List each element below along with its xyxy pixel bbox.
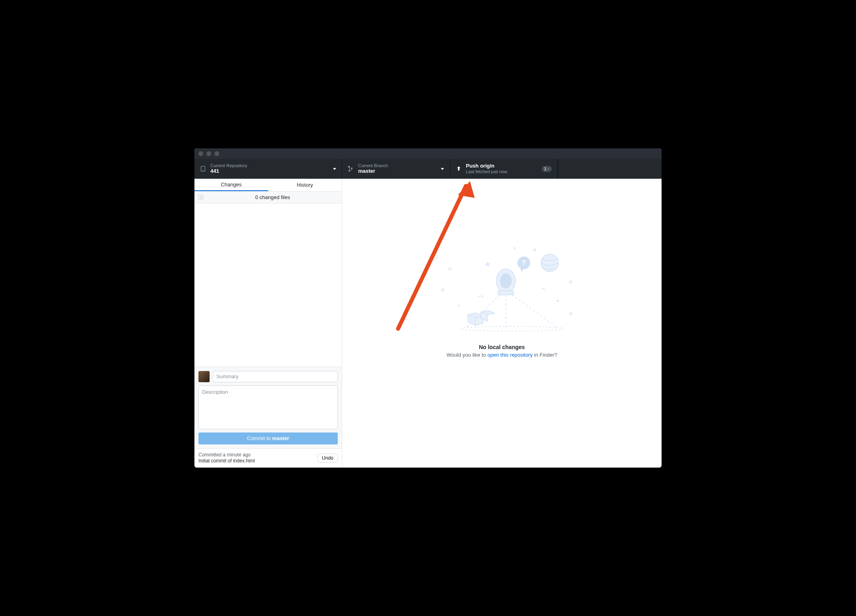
open-in-finder-link[interactable]: open this repository xyxy=(487,352,533,358)
repo-label: Current Repository xyxy=(210,163,330,168)
push-title: Push origin xyxy=(466,163,542,169)
chevron-down-icon xyxy=(333,168,336,170)
minimize-window-button[interactable] xyxy=(206,151,211,156)
last-commit-row: Committed a minute ago Initial commit of… xyxy=(194,448,342,468)
push-count: 1 xyxy=(544,167,547,171)
empty-state-title: No local changes xyxy=(479,344,525,350)
tab-history-label: History xyxy=(297,182,313,188)
svg-point-1 xyxy=(500,274,511,288)
empty-state-illustration: ? xyxy=(430,241,574,333)
current-repository-button[interactable]: Current Repository 441 xyxy=(194,159,342,179)
changed-files-count: 0 changed files xyxy=(208,194,338,200)
avatar xyxy=(198,371,210,382)
app-body: Changes History ✓ 0 changed files Commit xyxy=(194,179,662,468)
toolbar: Current Repository 441 Current Branch ma… xyxy=(194,159,662,179)
svg-text:?: ? xyxy=(522,259,526,267)
chevron-down-icon xyxy=(441,168,444,170)
arrow-up-icon: ↑ xyxy=(548,167,550,171)
svg-rect-2 xyxy=(498,291,514,295)
commit-button-branch: master xyxy=(272,435,289,441)
sidebar: Changes History ✓ 0 changed files Commit xyxy=(194,179,342,468)
commit-form: Commit to master xyxy=(194,367,342,448)
push-subtitle: Last fetched just now xyxy=(466,169,542,174)
git-branch-icon xyxy=(348,166,354,172)
main-panel: ? xyxy=(342,179,662,468)
last-commit-message: Initial commit of index.html xyxy=(198,458,255,464)
push-icon xyxy=(456,166,462,172)
svg-point-9 xyxy=(541,254,559,272)
repo-value: 441 xyxy=(210,168,330,174)
svg-rect-12 xyxy=(441,288,444,291)
commit-button[interactable]: Commit to master xyxy=(198,432,338,444)
empty-state-subtitle: Would you like to open this repository i… xyxy=(446,352,557,358)
tab-history[interactable]: History xyxy=(268,179,342,191)
select-all-checkbox[interactable]: ✓ xyxy=(198,195,204,200)
empty-sub-suffix: in Finder? xyxy=(533,352,557,358)
branch-value: master xyxy=(358,168,438,174)
tab-changes[interactable]: Changes xyxy=(194,179,268,191)
commit-button-prefix: Commit to xyxy=(247,435,272,441)
empty-sub-prefix: Would you like to xyxy=(446,352,487,358)
svg-line-5 xyxy=(512,295,558,328)
changes-list xyxy=(194,203,342,367)
commit-summary-input[interactable] xyxy=(213,371,338,382)
svg-point-6 xyxy=(460,326,564,331)
svg-rect-14 xyxy=(569,280,572,283)
close-window-button[interactable] xyxy=(198,151,203,156)
svg-rect-15 xyxy=(570,313,572,315)
repo-icon xyxy=(200,166,206,172)
last-commit-time: Committed a minute ago xyxy=(198,452,255,458)
svg-rect-13 xyxy=(533,249,536,251)
svg-point-10 xyxy=(449,268,451,270)
toolbar-spacer xyxy=(558,159,662,179)
changes-header: ✓ 0 changed files xyxy=(194,192,342,203)
push-origin-button[interactable]: Push origin Last fetched just now 1 ↑ xyxy=(450,159,558,179)
current-branch-button[interactable]: Current Branch master xyxy=(342,159,450,179)
push-count-badge: 1 ↑ xyxy=(542,166,552,172)
app-window: Current Repository 441 Current Branch ma… xyxy=(194,148,662,468)
svg-point-11 xyxy=(557,300,559,302)
branch-label: Current Branch xyxy=(358,163,438,168)
zoom-window-button[interactable] xyxy=(214,151,219,156)
sidebar-tabs: Changes History xyxy=(194,179,342,192)
undo-commit-button[interactable]: Undo xyxy=(317,454,338,462)
tab-changes-label: Changes xyxy=(221,182,242,188)
window-titlebar xyxy=(194,148,662,159)
commit-description-input[interactable] xyxy=(198,385,338,429)
